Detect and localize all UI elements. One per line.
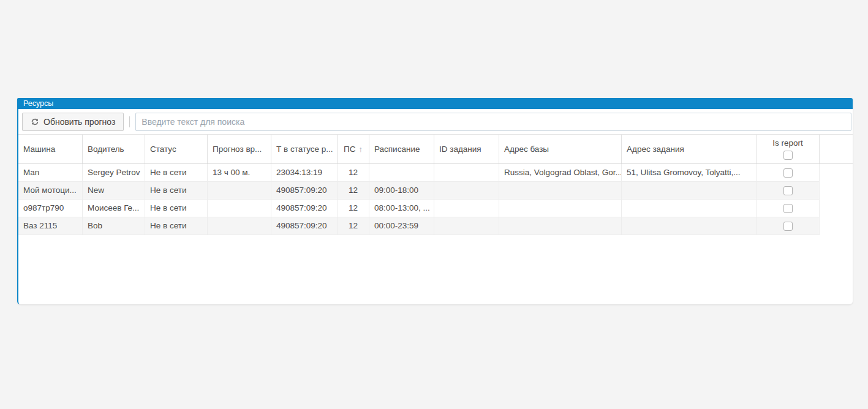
cell-task-id	[434, 200, 499, 217]
search-input[interactable]	[135, 113, 851, 131]
cell-machine: о987тр790	[18, 200, 83, 217]
cell-forecast: 13 ч 00 м.	[208, 164, 271, 181]
table-row[interactable]: о987тр790 Моисеев Ге... Не в сети 490857…	[18, 200, 820, 217]
cell-forecast	[208, 217, 271, 235]
cell-is-report	[757, 200, 820, 217]
cell-time-in-status: 490857:09:20	[271, 200, 338, 217]
cell-is-report	[757, 164, 820, 181]
cell-time-in-status: 490857:09:20	[271, 182, 338, 199]
cell-is-report	[757, 182, 820, 199]
cell-status: Не в сети	[145, 200, 208, 217]
cell-schedule: 09:00-18:00	[369, 182, 434, 199]
cell-is-report	[757, 217, 820, 235]
is-report-checkbox[interactable]	[783, 222, 793, 231]
cell-base-address	[499, 217, 622, 235]
table-row[interactable]: Мой мотоци... New Не в сети 490857:09:20…	[18, 182, 820, 200]
column-header-ps[interactable]: ПС ↑	[338, 135, 369, 163]
cell-driver: New	[83, 182, 145, 199]
cell-status: Не в сети	[145, 182, 208, 199]
cell-schedule: 08:00-13:00, ...	[369, 200, 434, 217]
cell-ps: 12	[338, 217, 369, 235]
sort-asc-icon: ↑	[358, 144, 363, 154]
cell-driver: Моисеев Ге...	[83, 200, 145, 217]
cell-task-address: 51, Ulitsa Gromovoy, Tolyatti,...	[622, 164, 757, 181]
desktop-background: { "panel": { "title": "Ресурсы", "accent…	[0, 0, 868, 409]
is-report-checkbox[interactable]	[783, 168, 793, 178]
table-header-row: Машина Водитель Статус Прогноз вр... Т в…	[18, 135, 853, 164]
cell-machine: Мой мотоци...	[18, 182, 83, 199]
resources-panel: Ресурсы Обновить прогноз Машина Водитель…	[17, 98, 853, 304]
cell-base-address	[499, 182, 622, 199]
cell-status: Не в сети	[145, 217, 208, 235]
panel-title: Ресурсы	[23, 98, 53, 109]
table-body: Man Sergey Petrov Не в сети 13 ч 00 м. 2…	[18, 164, 820, 235]
toolbar-separator	[129, 116, 130, 127]
panel-titlebar[interactable]: Ресурсы	[17, 98, 853, 109]
column-header-base-address[interactable]: Адрес базы	[499, 135, 622, 163]
cell-ps: 12	[338, 164, 369, 181]
cell-base-address	[499, 200, 622, 217]
table-row[interactable]: Ваз 2115 Bob Не в сети 490857:09:20 12 0…	[18, 217, 820, 235]
column-header-time-in-status[interactable]: Т в статусе р...	[271, 135, 338, 163]
cell-machine: Man	[18, 164, 83, 181]
cell-machine: Ваз 2115	[18, 217, 83, 235]
cell-task-id	[434, 182, 499, 199]
cell-task-address	[622, 217, 757, 235]
column-header-machine[interactable]: Машина	[18, 135, 83, 163]
refresh-forecast-button[interactable]: Обновить прогноз	[22, 113, 124, 131]
column-header-ps-label: ПС	[344, 144, 355, 154]
column-header-is-report-label: Is report	[772, 138, 803, 148]
cell-task-address	[622, 200, 757, 217]
cell-ps: 12	[338, 182, 369, 199]
column-header-forecast[interactable]: Прогноз вр...	[208, 135, 271, 163]
column-header-schedule[interactable]: Расписание	[369, 135, 434, 163]
refresh-button-label: Обновить прогноз	[43, 117, 115, 127]
cell-task-id	[434, 217, 499, 235]
cell-status: Не в сети	[145, 164, 208, 181]
cell-schedule	[369, 164, 434, 181]
cell-forecast	[208, 182, 271, 199]
cell-base-address: Russia, Volgograd Oblast, Gor...	[499, 164, 622, 181]
column-header-status[interactable]: Статус	[145, 135, 208, 163]
refresh-icon	[31, 118, 39, 126]
cell-forecast	[208, 200, 271, 217]
cell-task-id	[434, 164, 499, 181]
cell-time-in-status: 490857:09:20	[271, 217, 338, 235]
table-row[interactable]: Man Sergey Petrov Не в сети 13 ч 00 м. 2…	[18, 164, 820, 182]
cell-driver: Sergey Petrov	[83, 164, 145, 181]
column-header-task-address[interactable]: Адрес задания	[622, 135, 757, 163]
cell-time-in-status: 23034:13:19	[271, 164, 338, 181]
column-header-task-id[interactable]: ID задания	[434, 135, 499, 163]
cell-ps: 12	[338, 200, 369, 217]
cell-driver: Bob	[83, 217, 145, 235]
cell-schedule: 00:00-23:59	[369, 217, 434, 235]
is-report-checkbox[interactable]	[783, 204, 793, 213]
toolbar: Обновить прогноз	[18, 109, 853, 135]
is-report-checkbox[interactable]	[783, 186, 793, 195]
select-all-checkbox[interactable]	[783, 151, 793, 160]
column-header-driver[interactable]: Водитель	[83, 135, 145, 163]
cell-task-address	[622, 182, 757, 199]
column-header-is-report[interactable]: Is report	[757, 135, 820, 163]
